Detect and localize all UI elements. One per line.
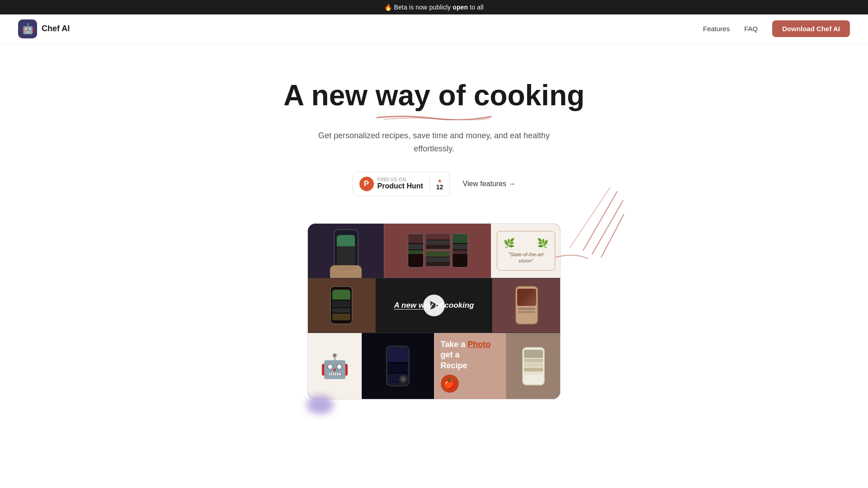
faq-link[interactable]: FAQ — [744, 25, 758, 33]
cell-phone-hand — [308, 224, 384, 278]
svg-line-3 — [570, 187, 610, 248]
svg-line-1 — [592, 201, 623, 254]
photo-recipe-label: Take a Photo get aRecipe — [441, 339, 500, 371]
grid-row-3: 🤖 — [308, 333, 560, 399]
svg-line-0 — [583, 192, 617, 250]
view-features-link[interactable]: View features → — [462, 180, 515, 188]
cell-award: 🌿 🌿 "State-of-the-art vision" — [491, 224, 560, 278]
laurel-right-icon: 🌿 — [537, 238, 548, 249]
hero-subtitle: Get personalized recipes, save time and … — [307, 129, 561, 155]
grid-row-2: A new way of cooking — [308, 278, 560, 333]
product-hunt-badge[interactable]: P FIND US ON Product Hunt ▲ 12 — [353, 172, 450, 196]
cell-robot: 🤖 — [308, 333, 362, 399]
laurel-left-icon: 🌿 — [504, 238, 515, 249]
hero-section: A new way of cooking Get personalized re… — [0, 43, 868, 436]
award-inner: 🌿 🌿 "State-of-the-art vision" — [497, 231, 555, 271]
ph-left: P FIND US ON Product Hunt — [353, 172, 429, 196]
ph-p-icon: P — [359, 177, 374, 191]
cell-phone4 — [506, 333, 560, 399]
logo-icon: 🤖 — [18, 19, 37, 38]
cell-phone3 — [492, 278, 560, 333]
announcement-text: 🔥 Beta is now publicly open to all — [384, 4, 483, 11]
logo-text: Chef AI — [42, 24, 70, 33]
ph-votes: ▲ 12 — [429, 177, 450, 191]
cell-dark-phone — [362, 333, 434, 399]
svg-line-2 — [601, 214, 624, 257]
video-underline-text: A new way — [394, 301, 433, 310]
cta-row: P FIND US ON Product Hunt ▲ 12 View feat… — [9, 172, 859, 196]
logo: 🤖 Chef AI — [18, 19, 70, 38]
ph-find-us-label: FIND US ON — [377, 177, 406, 182]
take-a-text: Take a — [441, 340, 468, 349]
video-title-text: A new way of cooking — [394, 301, 474, 310]
cell-phone2 — [308, 278, 375, 333]
cell-app-screens — [384, 224, 491, 278]
ph-name: Product Hunt — [377, 182, 423, 190]
hero-title: A new way of cooking — [9, 80, 859, 111]
photo-recipe-icon: 🍎 — [441, 375, 459, 393]
photo-highlight-text: Photo — [467, 340, 491, 349]
robot-large-icon: 🤖 — [320, 352, 349, 380]
features-link[interactable]: Features — [703, 25, 730, 33]
cell-photo-recipe: Take a Photo get aRecipe 🍎 — [434, 333, 506, 399]
grid-row-1: 🌿 🌿 "State-of-the-art vision" — [308, 224, 560, 278]
media-grid: 🌿 🌿 "State-of-the-art vision" — [307, 223, 561, 399]
nav-links: Features FAQ Download Chef AI — [703, 20, 850, 37]
get-a-recipe-text: get aRecipe — [441, 350, 467, 370]
download-cta-button[interactable]: Download Chef AI — [772, 20, 850, 37]
hero-underline-decoration — [375, 114, 493, 120]
media-section: 🌿 🌿 "State-of-the-art vision" — [298, 223, 570, 418]
ph-arrow-icon: ▲ — [437, 177, 443, 183]
announcement-bar: 🔥 Beta is now publicly open to all — [0, 0, 868, 14]
ph-vote-count: 12 — [436, 183, 443, 191]
announcement-bold: open — [453, 4, 468, 11]
cell-video[interactable]: A new way of cooking — [375, 278, 492, 333]
award-text: "State-of-the-art vision" — [504, 251, 548, 264]
navbar: 🤖 Chef AI Features FAQ Download Chef AI — [0, 14, 868, 43]
ph-text-block: FIND US ON Product Hunt — [377, 177, 423, 190]
